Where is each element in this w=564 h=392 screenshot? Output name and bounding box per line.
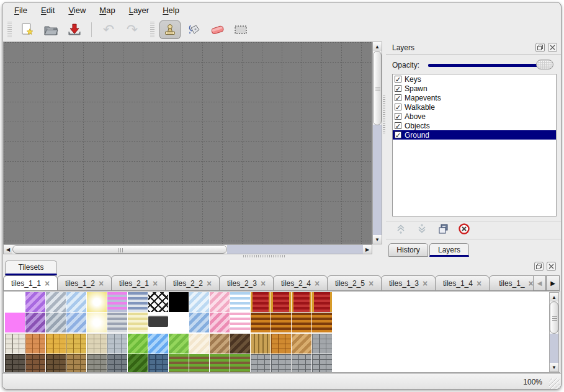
tile-swatch[interactable] (87, 334, 107, 354)
tile-swatch[interactable] (87, 354, 107, 373)
menu-help[interactable]: Help (156, 2, 186, 18)
tile-swatch[interactable] (251, 334, 271, 354)
tab-scroll-right-button[interactable]: ▶ (546, 275, 560, 291)
new-map-button[interactable] (17, 20, 38, 39)
layer-row-keys[interactable]: ✓Keys (393, 74, 556, 84)
duplicate-layer-button[interactable] (437, 223, 449, 238)
tile-swatch[interactable] (189, 334, 209, 354)
horizontal-splitter-handle[interactable] (243, 255, 285, 257)
tile-swatch[interactable] (169, 334, 189, 354)
move-layer-up-button[interactable] (395, 223, 407, 238)
layer-visibility-checkbox[interactable]: ✓ (395, 76, 401, 82)
move-layer-down-button[interactable] (416, 223, 428, 238)
tile-swatch[interactable] (312, 354, 332, 373)
toolbar-drag-handle-2[interactable] (150, 22, 154, 38)
tile-swatch[interactable] (189, 292, 209, 312)
tile-swatch[interactable] (128, 334, 148, 354)
layer-visibility-checkbox[interactable]: ✓ (395, 104, 401, 110)
tile-swatch[interactable] (66, 313, 86, 332)
delete-layer-button[interactable] (458, 223, 470, 238)
tile-swatch[interactable] (189, 313, 209, 332)
map-canvas[interactable] (3, 42, 372, 244)
tile-swatch[interactable] (230, 334, 250, 354)
tileset-tab-tiles_1_4[interactable]: tiles_1_4× (435, 275, 490, 291)
close-tab-icon[interactable]: × (153, 280, 158, 287)
tile-swatch[interactable] (66, 292, 86, 312)
layer-visibility-checkbox[interactable]: ✓ (395, 94, 401, 101)
tile-swatch[interactable] (87, 292, 107, 312)
scrollbar-track[interactable] (227, 245, 363, 254)
canvas-vertical-scrollbar[interactable]: ▲ ▼ (372, 42, 382, 244)
opacity-slider-handle[interactable] (536, 60, 553, 69)
tile-swatch[interactable] (230, 313, 250, 332)
tile-swatch[interactable] (128, 313, 148, 332)
tile-swatch[interactable] (251, 292, 271, 312)
menu-view[interactable]: View (61, 2, 92, 18)
tile-swatch[interactable] (251, 354, 271, 373)
tileset-tab-tiles_2_2[interactable]: tiles_2_2× (165, 275, 220, 291)
tile-swatch[interactable] (271, 334, 291, 354)
close-tab-icon[interactable]: × (207, 280, 212, 287)
tile-swatch[interactable] (292, 354, 311, 373)
tile-swatch[interactable] (25, 334, 45, 354)
scroll-up-arrow[interactable]: ▲ (373, 42, 382, 51)
scrollbar-track[interactable] (550, 334, 558, 363)
tileset-tab-tiles_2_5[interactable]: tiles_2_5× (327, 275, 382, 291)
close-panel-button[interactable] (548, 43, 557, 52)
palette-vertical-scrollbar[interactable]: ▲ ▼ (549, 292, 559, 372)
tile-swatch[interactable] (169, 292, 189, 312)
scroll-up-arrow[interactable]: ▲ (550, 293, 558, 301)
tile-swatch[interactable] (5, 354, 25, 373)
layer-row-ground[interactable]: ✓Ground (393, 130, 556, 140)
scroll-down-arrow[interactable]: ▼ (373, 235, 382, 244)
tile-swatch[interactable] (128, 292, 148, 312)
tile-swatch[interactable] (292, 292, 311, 312)
tile-swatch[interactable] (107, 354, 127, 373)
tile-swatch[interactable] (25, 313, 45, 332)
tile-swatch[interactable] (210, 354, 230, 373)
tile-swatch[interactable] (66, 354, 86, 373)
tile-swatch[interactable] (25, 292, 45, 312)
tile-swatch[interactable] (292, 334, 311, 354)
tile-swatch[interactable] (271, 292, 291, 312)
close-tab-icon[interactable]: × (45, 280, 50, 287)
tileset-tab-tiles_2_3[interactable]: tiles_2_3× (219, 275, 274, 291)
toolbar-drag-handle[interactable] (7, 22, 12, 38)
tileset-tab-tiles_1_1[interactable]: tiles_1_1× (3, 275, 58, 291)
tile-swatch[interactable] (292, 313, 311, 332)
tilesets-dock-tab[interactable]: Tilesets (5, 261, 57, 275)
tile-swatch[interactable] (148, 292, 168, 312)
layer-visibility-checkbox[interactable]: ✓ (395, 131, 401, 138)
layer-visibility-checkbox[interactable]: ✓ (395, 85, 401, 92)
save-map-button[interactable] (64, 20, 85, 39)
close-tab-icon[interactable]: × (423, 280, 427, 287)
tileset-tab-tiles_2_4[interactable]: tiles_2_4× (273, 275, 328, 291)
fill-tool-button[interactable] (183, 20, 204, 39)
tile-swatch[interactable] (5, 334, 25, 354)
scrollbar-track[interactable] (373, 125, 382, 235)
tile-swatch[interactable] (87, 313, 107, 332)
layer-row-walkable[interactable]: ✓Walkable (393, 102, 556, 112)
tab-scroll-left-button[interactable]: ◀ (533, 275, 546, 291)
redo-button[interactable]: ↷ (122, 20, 143, 39)
tile-swatch[interactable] (251, 313, 271, 332)
tile-swatch[interactable] (271, 354, 291, 373)
layer-visibility-checkbox[interactable]: ✓ (395, 122, 401, 129)
tileset-tab-tiles_1_2[interactable]: tiles_1_2× (57, 275, 112, 291)
float-panel-button[interactable] (535, 43, 545, 52)
close-panel-button[interactable] (547, 262, 556, 271)
tile-swatch[interactable] (46, 292, 66, 312)
tile-swatch[interactable] (46, 313, 66, 332)
layer-row-spawn[interactable]: ✓Spawn (393, 84, 556, 93)
tile-swatch[interactable] (312, 292, 332, 312)
tile-swatch[interactable] (5, 313, 25, 332)
tile-swatch[interactable] (107, 292, 127, 312)
tileset-tab-tiles_2_1[interactable]: tiles_2_1× (111, 275, 166, 291)
resize-grip-icon[interactable] (549, 378, 560, 389)
tile-swatch[interactable] (271, 313, 291, 332)
close-tab-icon[interactable]: × (315, 280, 320, 287)
scroll-right-arrow[interactable]: ▶ (363, 245, 372, 254)
layer-visibility-checkbox[interactable]: ✓ (395, 113, 401, 120)
scroll-down-arrow[interactable]: ▼ (550, 363, 558, 372)
scrollbar-thumb[interactable] (550, 301, 558, 334)
